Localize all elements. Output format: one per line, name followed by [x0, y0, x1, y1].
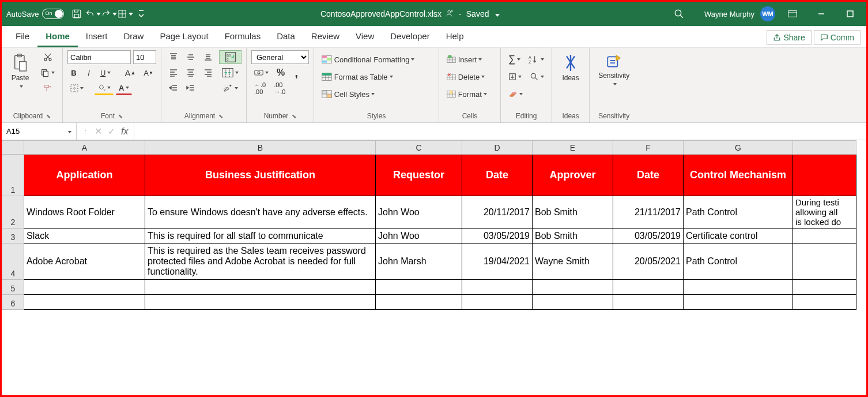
save-status-caret[interactable] — [493, 9, 500, 18]
tab-developer[interactable]: Developer — [382, 28, 437, 47]
number-format-select[interactable]: General — [251, 50, 309, 64]
cell[interactable]: Certificate control — [684, 229, 793, 244]
cell[interactable] — [793, 295, 856, 310]
search-icon[interactable] — [671, 6, 687, 22]
cell[interactable]: 20/11/2017 — [462, 196, 533, 229]
tab-review[interactable]: Review — [303, 28, 348, 47]
cancel-formula-icon[interactable]: ✕ — [95, 126, 102, 137]
col-header[interactable]: E — [533, 141, 613, 155]
cell[interactable]: Application — [24, 155, 145, 196]
save-icon[interactable] — [69, 6, 85, 22]
comments-button[interactable]: Comm — [814, 30, 861, 45]
tab-page-layout[interactable]: Page Layout — [152, 28, 216, 47]
cell[interactable]: Windows Root Folder — [24, 196, 145, 229]
cell[interactable] — [24, 295, 145, 310]
align-left-button[interactable] — [166, 66, 181, 80]
copy-button[interactable] — [37, 66, 58, 80]
cell[interactable]: Adobe Acrobat — [24, 244, 145, 280]
accounting-format-button[interactable] — [251, 66, 271, 80]
align-middle-button[interactable] — [183, 50, 198, 64]
cell[interactable]: Path Control — [684, 196, 793, 229]
cut-button[interactable] — [37, 50, 58, 64]
number-dialog-icon[interactable]: ⬊ — [292, 113, 296, 119]
toggle-switch[interactable]: On — [42, 9, 64, 19]
row-header[interactable]: 1 — [2, 155, 24, 196]
italic-button[interactable]: I — [82, 66, 95, 80]
bold-button[interactable]: B — [67, 66, 80, 80]
formula-input[interactable] — [134, 123, 866, 140]
col-header[interactable]: A — [24, 141, 145, 155]
cell[interactable]: Approver — [533, 155, 613, 196]
cell[interactable]: Requestor — [376, 155, 462, 196]
autosum-button[interactable]: ∑ — [505, 53, 523, 66]
cell[interactable] — [145, 295, 376, 310]
align-right-button[interactable] — [201, 66, 216, 80]
cell[interactable] — [793, 229, 856, 244]
format-cells-button[interactable]: Format — [444, 87, 496, 101]
orientation-button[interactable]: ab — [219, 81, 241, 95]
share-button[interactable]: Share — [767, 30, 811, 45]
align-top-button[interactable] — [166, 50, 181, 64]
save-status[interactable]: Saved — [466, 9, 489, 18]
tab-draw[interactable]: Draw — [115, 28, 152, 47]
cell[interactable] — [793, 280, 856, 295]
col-header[interactable]: B — [145, 141, 376, 155]
spreadsheet-grid[interactable]: A B C D E F G 1 Application Business Jus… — [2, 140, 866, 310]
name-box[interactable]: A15 — [2, 123, 77, 140]
cell-styles-button[interactable]: Cell Styles — [319, 87, 434, 101]
cell[interactable]: Slack — [24, 229, 145, 244]
cell[interactable]: During testiallowing allis locked do — [793, 196, 856, 229]
redo-button[interactable] — [101, 6, 117, 22]
fx-icon[interactable]: fx — [121, 126, 128, 137]
cell[interactable] — [24, 280, 145, 295]
cell[interactable] — [684, 295, 793, 310]
row-header[interactable]: 4 — [2, 244, 24, 280]
decrease-indent-button[interactable] — [166, 81, 181, 95]
quickaccess-overflow[interactable] — [133, 6, 149, 22]
tab-data[interactable]: Data — [269, 28, 303, 47]
find-button[interactable] — [527, 70, 547, 84]
cell[interactable]: 03/05/2019 — [462, 229, 533, 244]
cell[interactable] — [462, 295, 533, 310]
namebox-caret[interactable] — [66, 127, 71, 136]
row-header[interactable]: 2 — [2, 196, 24, 229]
row-header[interactable]: 3 — [2, 229, 24, 244]
cell[interactable] — [376, 295, 462, 310]
maximize-button[interactable] — [839, 6, 862, 22]
font-color-button[interactable]: A — [116, 81, 132, 95]
font-dialog-icon[interactable]: ⬊ — [118, 113, 123, 119]
cell[interactable]: John Woo — [376, 196, 462, 229]
cell[interactable]: Path Control — [684, 244, 793, 280]
cell[interactable]: Business Justification — [145, 155, 376, 196]
conditional-formatting-button[interactable]: Conditional Formatting — [319, 53, 434, 66]
cell[interactable] — [793, 244, 856, 280]
avatar[interactable]: WM — [760, 6, 775, 21]
select-all-corner[interactable] — [2, 141, 24, 155]
cell[interactable]: 19/04/2021 — [462, 244, 533, 280]
cell[interactable] — [613, 280, 684, 295]
borders-button[interactable] — [67, 81, 86, 95]
fill-button[interactable] — [505, 70, 524, 84]
percent-button[interactable]: % — [274, 66, 288, 80]
align-center-button[interactable] — [183, 66, 198, 80]
ideas-button[interactable]: Ideas — [557, 50, 584, 85]
fill-color-button[interactable] — [95, 81, 114, 95]
cell[interactable] — [145, 280, 376, 295]
col-header[interactable]: D — [462, 141, 533, 155]
underline-button[interactable]: U — [97, 66, 114, 80]
tab-home[interactable]: Home — [37, 28, 78, 47]
tab-help[interactable]: Help — [438, 28, 472, 47]
cell[interactable] — [376, 280, 462, 295]
paste-button[interactable]: Paste — [6, 50, 34, 93]
enter-formula-icon[interactable]: ✓ — [108, 126, 115, 137]
col-header[interactable]: C — [376, 141, 462, 155]
font-name-select[interactable] — [67, 50, 131, 64]
delete-cells-button[interactable]: Delete — [444, 70, 496, 84]
undo-button[interactable] — [85, 6, 101, 22]
cell[interactable]: Control Mechanism — [684, 155, 793, 196]
cell[interactable]: Wayne Smith — [533, 244, 613, 280]
alignment-dialog-icon[interactable]: ⬊ — [218, 113, 223, 119]
cell[interactable]: This is required for all staff to commun… — [145, 229, 376, 244]
minimize-button[interactable] — [810, 6, 833, 22]
sensitivity-button[interactable]: Sensitivity — [594, 50, 633, 91]
